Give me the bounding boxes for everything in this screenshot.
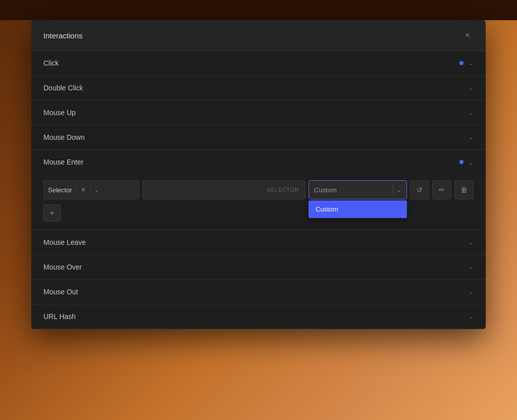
selector-row: Selector ✕ ⌄ SELECTOR [43,180,474,199]
history-icon: ↺ [417,186,423,194]
mouse-leave-label: Mouse Leave [43,238,86,246]
selector-tag-text: Selector [48,186,72,194]
mouse-up-label: Mouse Up [43,109,76,117]
mouse-enter-chevron-icon: ⌃ [469,159,474,166]
custom-dropdown-container: Custom ⌄ Custom [308,180,407,199]
double-click-row[interactable]: Double Click ⌄ [31,76,486,100]
url-hash-chevron-icon: ⌄ [469,313,474,320]
custom-dropdown-menu: Custom [308,200,407,218]
mouse-enter-row-right: ⌃ [459,159,474,166]
mouse-enter-label: Mouse Enter [43,158,83,166]
click-label: Click [43,59,59,67]
url-hash-label: URL Hash [43,312,76,321]
mouse-leave-chevron-icon: ⌄ [469,239,474,246]
delete-button[interactable]: 🗑 [454,180,474,199]
mouse-leave-row[interactable]: Mouse Leave ⌄ [31,230,486,255]
selector-tag-divider [76,185,77,195]
mouse-out-label: Mouse Out [43,288,78,296]
double-click-chevron-icon: ⌄ [469,84,474,91]
selector-chevron-icon[interactable]: ⌄ [94,187,99,193]
modal-body: Click ⌄ Double Click ⌄ Mouse Up ⌄ [31,51,486,329]
click-row[interactable]: Click ⌄ [31,51,486,76]
close-button[interactable]: × [461,29,474,41]
mouse-up-chevron-icon: ⌄ [469,109,474,116]
mouse-enter-header[interactable]: Mouse Enter ⌃ [31,150,486,174]
mouse-up-row[interactable]: Mouse Up ⌄ [31,100,486,125]
url-hash-row-right: ⌄ [469,313,474,320]
selector-input-field[interactable]: SELECTOR [142,180,305,199]
double-click-label: Double Click [43,84,83,92]
url-hash-row[interactable]: URL Hash ⌄ [31,304,486,329]
plus-icon: + [49,208,54,218]
mouse-leave-row-right: ⌄ [469,239,474,246]
selector-field-label: SELECTOR [267,187,299,193]
modal-title: Interactions [43,31,83,40]
custom-dropdown-divider [392,185,393,195]
interactions-modal: Interactions × Click ⌄ Double Click ⌄ [31,20,486,329]
custom-dropdown[interactable]: Custom ⌄ [308,180,407,199]
mouse-down-row[interactable]: Mouse Down ⌄ [31,125,486,150]
mouse-over-row[interactable]: Mouse Over ⌄ [31,255,486,280]
dropdown-option-custom[interactable]: Custom [308,200,407,218]
custom-dropdown-chevron-icon: ⌄ [397,187,401,193]
mouse-enter-dot [459,160,463,164]
click-dot [459,61,463,65]
mouse-out-row[interactable]: Mouse Out ⌄ [31,280,486,304]
mouse-over-row-right: ⌄ [469,264,474,271]
mouse-down-chevron-icon: ⌄ [469,134,474,141]
mouse-out-row-right: ⌄ [469,288,474,295]
mouse-enter-content: Selector ✕ ⌄ SELECTOR [31,174,486,230]
mouse-enter-section: Mouse Enter ⌃ Selector ✕ [31,150,486,230]
add-row: + [43,204,474,222]
edit-button[interactable]: ✏ [432,180,451,199]
mouse-over-chevron-icon: ⌄ [469,264,474,271]
selector-clear-button[interactable]: ✕ [81,186,86,193]
mouse-down-label: Mouse Down [43,133,85,141]
history-button[interactable]: ↺ [410,180,429,199]
mouse-down-row-right: ⌄ [469,134,474,141]
modal-header: Interactions × [31,20,486,51]
double-click-row-right: ⌄ [469,84,474,91]
mouse-up-row-right: ⌄ [469,109,474,116]
click-chevron-icon: ⌄ [469,60,474,67]
add-button[interactable]: + [43,204,61,222]
modal-overlay: Interactions × Click ⌄ Double Click ⌄ [0,0,517,420]
mouse-over-label: Mouse Over [43,263,82,271]
custom-dropdown-value: Custom [314,186,388,194]
selector-chevron-divider [90,185,90,195]
selector-tag: Selector ✕ ⌄ [43,180,139,199]
click-row-right: ⌄ [459,60,474,67]
mouse-out-chevron-icon: ⌄ [469,288,474,295]
delete-icon: 🗑 [460,186,468,194]
edit-icon: ✏ [439,186,445,194]
